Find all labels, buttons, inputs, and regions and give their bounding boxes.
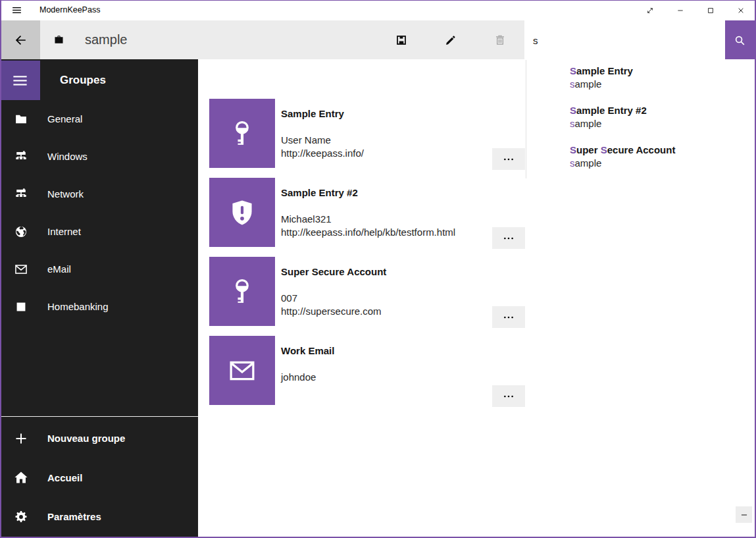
- hamburger-icon[interactable]: [11, 5, 22, 16]
- sidebar-item-network[interactable]: Network: [0, 175, 198, 213]
- square-icon: [14, 300, 28, 314]
- maximize-button[interactable]: [695, 0, 726, 20]
- zoom-out-button[interactable]: [736, 506, 752, 523]
- sidebar-item-general[interactable]: General: [0, 100, 198, 138]
- network-icon: [14, 187, 28, 202]
- ellipsis-icon: [503, 232, 515, 244]
- sidebar-item-label: General: [47, 113, 82, 124]
- minimize-button[interactable]: [665, 0, 695, 20]
- entry-more-button[interactable]: [492, 227, 525, 249]
- fullscreen-icon: [645, 5, 655, 16]
- sidebar-item-label: Network: [47, 188, 84, 200]
- window-controls: [635, 0, 756, 20]
- entry-url: http://keepass.info/help/kb/testform.htm…: [281, 227, 455, 238]
- entry-row[interactable]: Super Secure Account007http://supersecur…: [198, 257, 756, 326]
- ellipsis-icon: [503, 390, 515, 402]
- suggestion-title: Super Secure Account: [570, 144, 755, 157]
- suggestion-subtitle: sample: [570, 117, 755, 130]
- sidebar-item-label: Homebanking: [47, 301, 109, 312]
- sidebar-menu-button[interactable]: [0, 61, 40, 100]
- sidebar-actions: Nouveau groupeAccueilParamètres: [0, 419, 198, 537]
- trash-icon: [494, 34, 506, 46]
- app-window: ModernKeePass sample: [0, 0, 756, 538]
- search-suggestions-dropdown: Sample EntrysampleSample Entry #2sampleS…: [526, 60, 755, 178]
- entry-more-button[interactable]: [492, 385, 525, 407]
- sidebar-item-windows[interactable]: Windows: [0, 138, 198, 175]
- edit-button[interactable]: [438, 20, 464, 60]
- hamburger-icon: [11, 72, 29, 90]
- plus-icon: [14, 431, 28, 446]
- entry-tile: [209, 257, 275, 326]
- entry-row[interactable]: Work Emailjohndoe: [198, 336, 756, 405]
- window-title: ModernKeePass: [39, 0, 100, 20]
- mail-icon: [14, 262, 28, 277]
- entry-title: Sample Entry: [281, 108, 344, 119]
- sidebar-item-label: Internet: [47, 226, 81, 237]
- sidebar-action-nouveau-groupe[interactable]: Nouveau groupe: [0, 419, 198, 458]
- briefcase-icon: [53, 34, 64, 45]
- search-suggestion[interactable]: Super Secure Accountsample: [526, 139, 755, 178]
- titlebar: ModernKeePass: [0, 0, 756, 20]
- command-bar: sample: [0, 20, 756, 60]
- sidebar-separator: [0, 416, 198, 417]
- entry-url: http://supersecure.com: [281, 306, 382, 317]
- folder-icon: [14, 112, 28, 126]
- sidebar-action-accueil[interactable]: Accueil: [0, 458, 198, 498]
- entry-username: 007: [281, 292, 297, 304]
- key-icon: [227, 277, 257, 307]
- entry-username: Michael321: [281, 213, 332, 225]
- shield-icon: [227, 198, 257, 228]
- save-button[interactable]: [388, 20, 415, 60]
- entry-row[interactable]: Sample Entry #2Michael321http://keepass.…: [198, 178, 756, 247]
- entry-tile: [209, 178, 275, 247]
- key-icon: [227, 119, 257, 149]
- search-suggestion[interactable]: Sample Entry #2sample: [526, 99, 755, 139]
- network-icon: [14, 149, 28, 164]
- save-icon: [395, 34, 407, 46]
- search-button[interactable]: [725, 20, 755, 60]
- sidebar-header: Groupes: [60, 61, 106, 100]
- entry-username: johndoe: [281, 371, 316, 383]
- search-box: [524, 20, 725, 60]
- entry-title: Sample Entry #2: [281, 187, 358, 198]
- suggestion-subtitle: sample: [570, 157, 755, 170]
- ellipsis-icon: [503, 311, 515, 323]
- search-suggestion[interactable]: Sample Entrysample: [526, 60, 755, 99]
- close-icon: [736, 5, 746, 16]
- mail-icon: [227, 356, 257, 386]
- entry-tile: [209, 99, 275, 168]
- pencil-icon: [445, 34, 457, 46]
- entry-username: User Name: [281, 134, 331, 146]
- back-button[interactable]: [0, 20, 40, 60]
- sidebar-item-label: eMail: [47, 263, 71, 275]
- sidebar-action-label: Accueil: [47, 472, 82, 483]
- minus-icon: [740, 510, 749, 520]
- close-button[interactable]: [726, 0, 756, 20]
- back-arrow-icon: [13, 33, 28, 47]
- minimize-icon: [675, 5, 686, 16]
- sidebar-item-homebanking[interactable]: Homebanking: [0, 288, 198, 325]
- search-icon: [734, 34, 746, 47]
- suggestion-subtitle: sample: [570, 78, 755, 91]
- sidebar-action-param-tres[interactable]: Paramètres: [0, 497, 198, 537]
- globe-icon: [14, 225, 28, 239]
- entry-more-button[interactable]: [492, 306, 525, 328]
- sidebar-item-label: Windows: [47, 151, 88, 162]
- suggestion-title: Sample Entry: [570, 65, 755, 78]
- search-input[interactable]: [524, 20, 725, 60]
- sidebar-item-email[interactable]: eMail: [0, 250, 198, 288]
- home-icon: [14, 470, 28, 485]
- delete-button[interactable]: [487, 20, 513, 60]
- database-name: sample: [85, 20, 127, 59]
- entry-title: Work Email: [281, 345, 334, 356]
- sidebar-action-label: Paramètres: [47, 511, 101, 522]
- group-list: GeneralWindowsNetworkInterneteMailHomeba…: [0, 100, 198, 325]
- sidebar-item-internet[interactable]: Internet: [0, 213, 198, 250]
- gear-icon: [14, 510, 28, 524]
- entry-url: http://keepass.info/: [281, 148, 364, 159]
- maximize-icon: [705, 5, 716, 16]
- entry-more-button[interactable]: [492, 148, 525, 170]
- fullscreen-button[interactable]: [635, 0, 665, 20]
- suggestion-title: Sample Entry #2: [570, 104, 755, 117]
- ellipsis-icon: [503, 153, 515, 165]
